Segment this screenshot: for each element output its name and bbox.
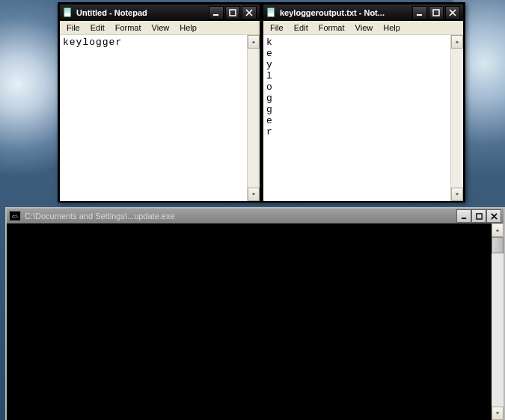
scroll-down-button[interactable]	[451, 188, 463, 201]
vertical-scrollbar[interactable]	[492, 223, 504, 420]
window-title: Untitled - Notepad	[76, 8, 209, 17]
maximize-button[interactable]	[471, 209, 486, 223]
scroll-up-button[interactable]	[451, 35, 463, 49]
text-area[interactable]: k e y l o g g e r	[263, 35, 450, 201]
menu-edit[interactable]: Edit	[85, 22, 110, 33]
console-output[interactable]	[7, 223, 492, 420]
menu-help[interactable]: Help	[174, 22, 202, 33]
command-prompt-window: c:\ C:\Documents and Settings\...update.…	[5, 207, 505, 420]
notepad-icon	[266, 7, 277, 18]
close-button[interactable]	[486, 209, 501, 223]
cmd-icon: c:\	[9, 211, 21, 221]
svg-rect-5	[433, 10, 439, 16]
menubar: File Edit Format View Help	[60, 21, 260, 35]
menu-format[interactable]: Format	[313, 22, 350, 33]
notepad-icon	[63, 7, 73, 18]
vertical-scrollbar[interactable]	[247, 35, 260, 201]
text-area[interactable]: keylogger	[60, 35, 247, 201]
scroll-track[interactable]	[451, 49, 463, 188]
svg-rect-4	[417, 14, 422, 16]
titlebar[interactable]: c:\ C:\Documents and Settings\...update.…	[7, 209, 504, 223]
svg-rect-6	[461, 217, 465, 219]
scroll-down-button[interactable]	[248, 188, 260, 201]
maximize-button[interactable]	[225, 6, 240, 19]
svg-rect-1	[213, 14, 218, 16]
menu-edit[interactable]: Edit	[289, 22, 313, 33]
svg-rect-2	[230, 10, 236, 16]
window-title: keyloggeroutput.txt - Not...	[280, 8, 412, 17]
menu-file[interactable]: File	[265, 22, 289, 33]
menu-file[interactable]: File	[61, 22, 85, 33]
maximize-button[interactable]	[429, 6, 444, 19]
scroll-thumb[interactable]	[492, 237, 504, 253]
scroll-down-button[interactable]	[492, 407, 504, 420]
menu-view[interactable]: View	[147, 22, 175, 33]
scroll-up-button[interactable]	[248, 35, 260, 49]
minimize-button[interactable]	[412, 6, 427, 19]
menu-view[interactable]: View	[350, 22, 379, 33]
minimize-button[interactable]	[209, 6, 224, 19]
titlebar[interactable]: keyloggeroutput.txt - Not...	[263, 4, 463, 21]
close-button[interactable]	[445, 6, 460, 19]
scroll-track[interactable]	[248, 49, 260, 188]
vertical-scrollbar[interactable]	[450, 35, 463, 201]
menubar: File Edit Format View Help	[263, 21, 463, 35]
notepad-window-1: Untitled - Notepad File Edit Format View…	[58, 2, 262, 203]
scroll-up-button[interactable]	[492, 223, 504, 237]
svg-rect-7	[476, 213, 481, 218]
close-button[interactable]	[242, 6, 257, 19]
scroll-track[interactable]	[492, 253, 504, 407]
menu-help[interactable]: Help	[378, 22, 405, 33]
notepad-window-2: keyloggeroutput.txt - Not... File Edit F…	[261, 2, 465, 203]
window-title: C:\Documents and Settings\...update.exe	[25, 211, 456, 220]
menu-format[interactable]: Format	[110, 22, 147, 33]
minimize-button[interactable]	[456, 209, 471, 223]
titlebar[interactable]: Untitled - Notepad	[60, 4, 260, 21]
